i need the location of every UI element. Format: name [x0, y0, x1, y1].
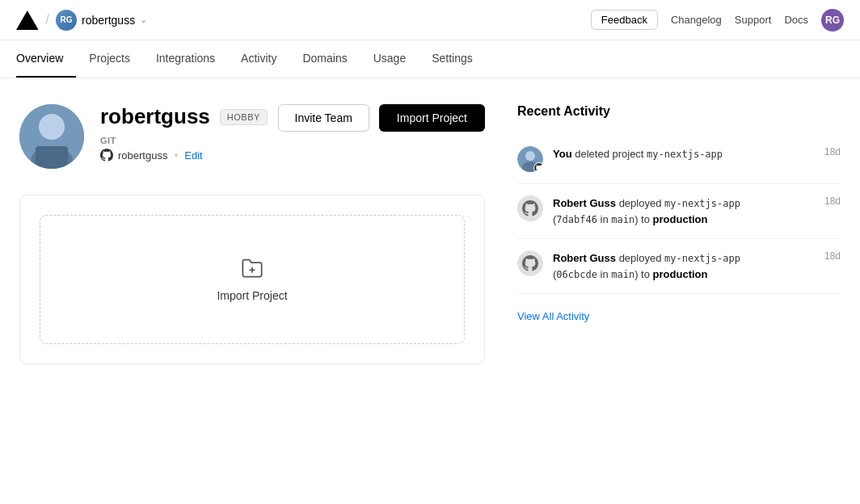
subnav-item-domains[interactable]: Domains: [289, 40, 360, 78]
activity-avatar-3: [517, 250, 543, 276]
subnav: Overview Projects Integrations Activity …: [0, 40, 860, 78]
docs-link[interactable]: Docs: [784, 14, 808, 26]
activity-content-2: Robert Guss deployed my-nextjs-app (7dab…: [553, 195, 808, 227]
svg-point-7: [525, 151, 535, 161]
topbar: / RG robertguss ⌄ Feedback Changelog Sup…: [0, 0, 860, 40]
topbar-user-avatar: RG: [56, 10, 77, 31]
right-panel: Recent Activity: [517, 104, 841, 364]
activity-github-badge-1: [533, 162, 543, 172]
activity-item-3: Robert Guss deployed my-nextjs-app (06cb…: [517, 239, 841, 294]
profile-top-row: robertguss HOBBY GIT robertguss • Edit: [19, 104, 485, 169]
topbar-profile-avatar[interactable]: RG: [821, 9, 844, 32]
profile-name-row: robertguss HOBBY: [100, 104, 268, 129]
activity-avatar-1: [517, 146, 543, 172]
profile-plan-badge: HOBBY: [220, 109, 268, 125]
activity-item-2: Robert Guss deployed my-nextjs-app (7dab…: [517, 184, 841, 239]
import-card-container: Import Project: [19, 195, 485, 364]
changelog-link[interactable]: Changelog: [671, 14, 722, 26]
profile-git-label: GIT: [100, 136, 268, 145]
subnav-item-overview[interactable]: Overview: [16, 40, 76, 78]
github-icon: [100, 149, 113, 162]
subnav-item-settings[interactable]: Settings: [419, 40, 486, 78]
topbar-username: robertguss: [82, 14, 135, 27]
activity-time-3: 18d: [818, 250, 841, 262]
topbar-chevron-icon: ⌄: [140, 15, 147, 25]
activity-text-3: Robert Guss deployed my-nextjs-app (06cb…: [553, 252, 740, 280]
profile-name: robertguss: [100, 104, 210, 129]
topbar-right: Feedback Changelog Support Docs RG: [591, 9, 844, 32]
topbar-user-switcher[interactable]: RG robertguss ⌄: [56, 10, 147, 31]
breadcrumb-slash: /: [45, 11, 49, 28]
subnav-item-usage[interactable]: Usage: [360, 40, 419, 78]
activity-content-3: Robert Guss deployed my-nextjs-app (06cb…: [553, 250, 808, 282]
subnav-item-projects[interactable]: Projects: [76, 40, 143, 78]
import-project-card[interactable]: Import Project: [40, 215, 465, 344]
profile-actions: Invite Team Import Project: [278, 104, 485, 132]
activity-time-2: 18d: [818, 195, 841, 207]
view-all-activity-link[interactable]: View All Activity: [517, 310, 841, 322]
folder-plus-icon: [241, 257, 263, 279]
svg-rect-3: [36, 146, 68, 169]
profile-github-username: robertguss: [118, 149, 167, 162]
subnav-item-activity[interactable]: Activity: [228, 40, 289, 78]
profile-separator: •: [174, 149, 178, 162]
activity-text-1: You deleted project my-nextjs-app: [553, 148, 723, 160]
invite-team-button[interactable]: Invite Team: [278, 104, 369, 132]
feedback-button[interactable]: Feedback: [591, 10, 658, 30]
topbar-left: / RG robertguss ⌄: [16, 9, 581, 32]
main-content: robertguss HOBBY GIT robertguss • Edit: [0, 78, 860, 390]
activity-item: You deleted project my-nextjs-app 18d: [517, 135, 841, 184]
activity-time-1: 18d: [818, 146, 841, 158]
import-project-header-button[interactable]: Import Project: [379, 104, 485, 132]
profile-avatar: [19, 104, 84, 169]
profile-info: robertguss HOBBY GIT robertguss • Edit: [100, 104, 268, 162]
recent-activity-title: Recent Activity: [517, 104, 841, 119]
activity-content-1: You deleted project my-nextjs-app: [553, 146, 808, 162]
activity-avatar-2: [517, 195, 543, 221]
import-card-label: Import Project: [217, 289, 287, 302]
vercel-logo-icon[interactable]: [16, 9, 39, 32]
svg-point-1: [39, 114, 65, 140]
activity-list: You deleted project my-nextjs-app 18d: [517, 135, 841, 294]
subnav-item-integrations[interactable]: Integrations: [143, 40, 228, 78]
left-panel: robertguss HOBBY GIT robertguss • Edit: [19, 104, 485, 364]
profile-github-row: robertguss • Edit: [100, 149, 268, 162]
support-link[interactable]: Support: [735, 14, 772, 26]
activity-text-2: Robert Guss deployed my-nextjs-app (7dab…: [553, 197, 740, 225]
profile-left: robertguss HOBBY GIT robertguss • Edit: [19, 104, 268, 169]
profile-edit-link[interactable]: Edit: [184, 149, 202, 162]
